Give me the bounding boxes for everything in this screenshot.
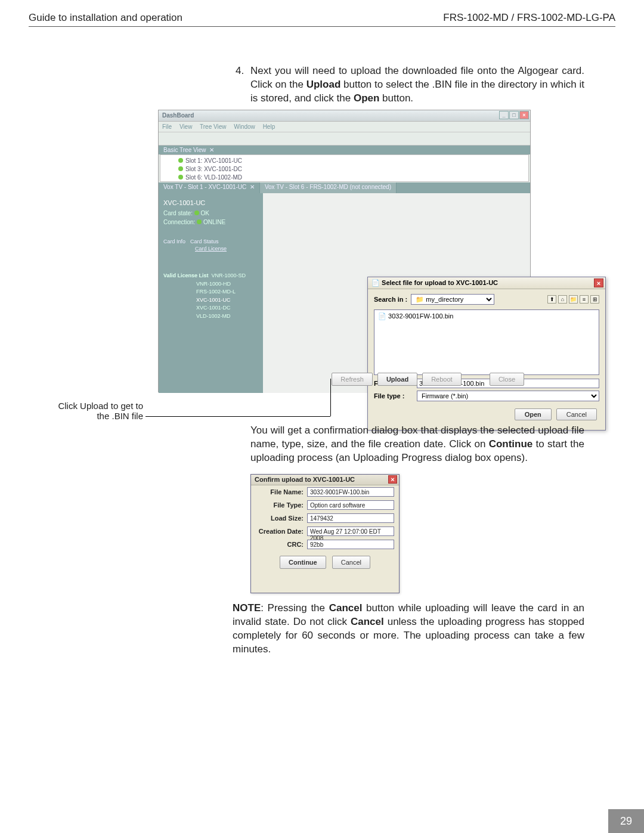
label: File Type: (256, 501, 304, 509)
dashboard-menubar[interactable]: File View Tree View Window Help (159, 122, 530, 132)
file-list[interactable]: 📄 3032-9001FW-100.bin (374, 309, 599, 375)
new-folder-icon[interactable]: 📁 (569, 295, 578, 304)
value: 92bb (307, 540, 394, 549)
label: Creation Date: (256, 528, 304, 535)
confirm-dialog: Confirm upload to XVC-1001-UC × File Nam… (250, 474, 400, 593)
dashboard-toolbar (159, 132, 530, 145)
refresh-button[interactable]: Refresh (332, 373, 373, 386)
home-icon[interactable]: ⌂ (558, 295, 567, 304)
card-action-bar: Refresh Upload Reboot Close (263, 369, 530, 389)
status-dot-icon (178, 175, 183, 179)
tab-card-status[interactable]: Card Status (190, 239, 219, 244)
dashboard-titlebar: DashBoard _ □ × (159, 110, 530, 122)
minimize-icon[interactable]: _ (499, 111, 509, 119)
menu-file[interactable]: File (162, 123, 172, 130)
status-dot-icon (178, 158, 183, 163)
tab-slot1[interactable]: Vox TV - Slot 1 - XVC-1001-UC ✕ (159, 182, 260, 193)
callout-text: Click Upload to get to the .BIN file (48, 401, 143, 421)
cancel-button[interactable]: Cancel (556, 408, 597, 420)
up-folder-icon[interactable]: ⬆ (547, 295, 556, 304)
confirm-dialog-title: Confirm upload to XVC-1001-UC × (251, 475, 399, 485)
label: Load Size: (256, 515, 304, 522)
list-view-icon[interactable]: ≡ (580, 295, 589, 304)
card-tabs: Vox TV - Slot 1 - XVC-1001-UC ✕ Vox TV -… (159, 182, 530, 193)
close-icon[interactable]: × (594, 278, 603, 287)
page-number: 29 (608, 809, 644, 833)
status-dot-icon (194, 210, 199, 215)
searchin-select[interactable]: 📁 my_directory (411, 294, 494, 305)
tree-row[interactable]: Slot 1: XVC-1001-UC (178, 156, 526, 165)
label: CRC: (256, 541, 304, 548)
tree-view[interactable]: Slot 1: XVC-1001-UC Slot 3: XVC-1001-DC … (160, 154, 529, 182)
open-button[interactable]: Open (515, 408, 552, 420)
details-view-icon[interactable]: ⊞ (590, 295, 599, 304)
cancel-button[interactable]: Cancel (332, 556, 370, 569)
card-right-panel: 📄 Select file for upload to XVC-1001-UC … (263, 193, 530, 393)
value: 3032-9001FW-100.bin (307, 487, 394, 497)
license-list: Valid License List VNR-1000-SD VNR-1000-… (163, 272, 258, 320)
card-side-panel: XVC-1001-UC Card state: OK Connection: O… (159, 193, 263, 393)
file-item[interactable]: 📄 3032-9001FW-100.bin (378, 312, 595, 320)
basic-tree-view-tab[interactable]: Basic Tree View ✕ (159, 145, 530, 154)
maximize-icon[interactable]: □ (509, 111, 519, 119)
tab-card-info[interactable]: Card Info (163, 239, 185, 244)
upload-button[interactable]: Upload (377, 373, 417, 386)
close-icon[interactable]: × (519, 111, 529, 119)
tab-card-license[interactable]: Card License (195, 246, 227, 252)
close-button[interactable]: Close (490, 373, 524, 386)
card-title: XVC-1001-UC (163, 199, 258, 206)
value: Wed Aug 27 12:07:00 EDT 2008 (307, 527, 394, 536)
tab-slot6[interactable]: Vox TV - Slot 6 - FRS-1002-MD (not conne… (260, 182, 397, 193)
filetype-select[interactable]: Firmware (*.bin) (417, 391, 599, 401)
continue-button[interactable]: Continue (280, 556, 326, 569)
dashboard-window: DashBoard _ □ × File View Tree View Wind… (158, 110, 531, 392)
file-dialog: 📄 Select file for upload to XVC-1001-UC … (367, 277, 606, 431)
filetype-label: File type : (374, 392, 412, 400)
file-dialog-title: 📄 Select file for upload to XVC-1001-UC … (368, 277, 605, 289)
label: File Name: (256, 488, 304, 496)
reboot-button[interactable]: Reboot (422, 373, 461, 386)
callout-line (145, 416, 330, 417)
menu-view[interactable]: View (179, 123, 193, 130)
menu-help[interactable]: Help (263, 123, 275, 130)
close-icon[interactable]: × (388, 475, 397, 484)
menu-window[interactable]: Window (234, 123, 255, 130)
callout-line (330, 379, 331, 416)
paragraph-confirm: You will get a confirmation dialog box t… (250, 424, 584, 465)
side-tabs[interactable]: Card Info Card Status (163, 239, 258, 244)
value: Option card software (307, 500, 394, 510)
header-right: FRS-1002-MD / FRS-1002-MD-LG-PA (443, 12, 615, 24)
value: 1479432 (307, 513, 394, 523)
menu-treeview[interactable]: Tree View (200, 123, 226, 130)
paragraph-step4: Next you will need to upload the downloa… (250, 64, 584, 106)
header-rule (29, 26, 615, 27)
tree-row[interactable]: Slot 3: XVC-1001-DC (178, 165, 526, 173)
status-dot-icon (197, 219, 202, 224)
tree-row[interactable]: Slot 6: VLD-1002-MD (178, 173, 526, 181)
header-left: Guide to installation and operation (29, 12, 182, 24)
searchin-label: Search in : (374, 296, 407, 303)
status-dot-icon (178, 166, 183, 171)
step-number: 4. (236, 64, 249, 78)
paragraph-note: NOTE: Pressing the Cancel button while u… (233, 602, 584, 657)
